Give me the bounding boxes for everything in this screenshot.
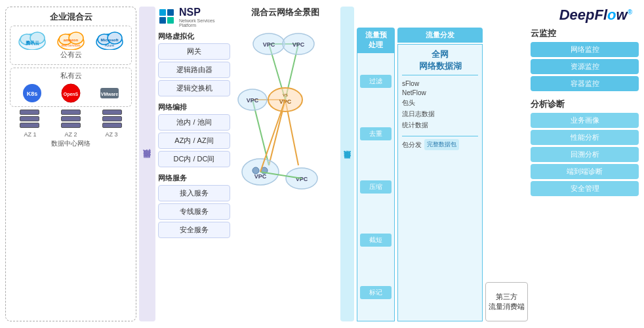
- tencent-cloud-icon: 腾讯云: [18, 29, 47, 50]
- cloud-monitoring-header: 云监控: [531, 28, 639, 39]
- nsp-sections: 网络虚拟化 网关 逻辑路由器 逻辑交换机 网络编排 池内 / 池间 AZ内 / …: [158, 31, 230, 240]
- server-rack-row: [10, 110, 132, 129]
- svg-text:腾讯云: 腾讯云: [25, 40, 39, 45]
- hybrid-section: 混合云网络全景图 VPC VPC: [233, 7, 338, 321]
- nsp-virt-title: 网络虚拟化: [158, 31, 230, 41]
- server-rack-1: [20, 110, 39, 129]
- vmware-icon: VMware: [99, 83, 120, 104]
- traffic-processing-items: 过滤 去重 压缩 截短 标记: [357, 52, 395, 321]
- server-rack-3: [102, 110, 122, 129]
- traffic-item-compress: 压缩: [360, 180, 392, 194]
- hybrid-title: 混合云网络全景图: [233, 7, 338, 18]
- nsp-item-security: 安全服务: [158, 222, 230, 238]
- traffic-processing-header: 流量预处理: [357, 28, 395, 52]
- nsp-logo-icon: [158, 8, 176, 26]
- resource-monitoring-item: 资源监控: [531, 59, 639, 74]
- analysis-group: 分析诊断 业务画像 性能分析 回溯分析 端到端诊断 安全管理: [531, 98, 639, 198]
- svg-text:VPC: VPC: [263, 41, 275, 48]
- hybrid-diagram-svg: VPC VPC VPC vs VPC VPC VPC: [233, 21, 331, 237]
- svg-text:web services: web services: [62, 43, 81, 47]
- cloud-monitoring-group: 云监控 网络监控 资源监控 容器监控: [531, 28, 639, 93]
- svg-rect-22: [159, 17, 166, 24]
- nsp-group-virtualization: 网络虚拟化 网关 逻辑路由器 逻辑交换机: [158, 31, 230, 98]
- az3-label: AZ 3: [105, 131, 117, 138]
- deepflow-section: DeepFlow® 流量预处理 过滤 去重 压缩 截短 标记 流量分发: [357, 7, 639, 321]
- nsp-item-gateway: 网关: [158, 43, 230, 60]
- nsp-svc-title: 网络服务: [158, 173, 230, 183]
- nsp-item-logical-switch: 逻辑交换机: [158, 80, 230, 96]
- stats-item: 统计数据: [402, 121, 478, 130]
- flow-dist-header: 流量分发: [397, 28, 483, 43]
- container-monitoring-item: 容器监控: [531, 76, 639, 91]
- hybrid-diagram: VPC VPC VPC vs VPC VPC VPC: [233, 21, 338, 321]
- traffic-item-dedup: 去重: [360, 127, 392, 140]
- security-mgmt-item: 安全管理: [531, 181, 639, 196]
- svg-text:Microsoft: Microsoft: [101, 38, 119, 42]
- analysis-header: 分析诊断: [531, 98, 639, 110]
- data-lake-box: 全网网络数据湖 sFlow NetFlow 包头 流日志数据 统计数据 包分发 …: [397, 44, 483, 321]
- svg-text:vs: vs: [283, 92, 288, 98]
- aws-icon: amazon web services: [56, 29, 85, 50]
- datacenter-area: AZ 1 AZ 2 AZ 3 数据中心网络: [10, 110, 132, 148]
- svg-text:amazon: amazon: [64, 38, 79, 42]
- nsp-item-dc: DC内 / DC间: [158, 151, 230, 167]
- nsp-item-logical-router: 逻辑路由器: [158, 62, 230, 78]
- deepflow-header: DeepFlow®: [357, 7, 639, 24]
- traffic-item-mark: 标记: [360, 286, 392, 299]
- traffic-item-filter: 过滤: [360, 75, 392, 88]
- server-rack-2: [61, 110, 81, 129]
- public-cloud-label: 公有云: [13, 50, 129, 60]
- nsp-group-services: 网络服务 接入服务 专线服务 安全服务: [158, 173, 230, 240]
- nsp-section: NSP Network Services Platform 网络虚拟化 网关 逻…: [158, 7, 230, 321]
- packet-desc: 完整数据包: [424, 139, 459, 150]
- cloud-providers-row: 腾讯云 amazon web services: [13, 29, 129, 50]
- packet-dist-label: 包分发: [402, 140, 422, 150]
- nsp-item-access: 接入服务: [158, 185, 230, 201]
- svg-text:VPC: VPC: [279, 98, 292, 105]
- svg-rect-20: [159, 9, 166, 16]
- public-cloud-area: 腾讯云 amazon web services: [10, 26, 132, 65]
- svg-line-47: [260, 100, 285, 172]
- data-lake-title: 全网网络数据湖: [402, 49, 478, 75]
- performance-analysis-item: 性能分析: [531, 130, 639, 145]
- enterprise-section: 企业混合云 腾讯云: [5, 7, 136, 321]
- svg-text:VPC: VPC: [254, 173, 267, 180]
- nsp-group-orchestration: 网络编排 池内 / 池间 AZ内 / AZ间 DC内 / DC间: [158, 102, 230, 169]
- monitoring-col: 云监控 网络监控 资源监控 容器监控 分析诊断 业务画像 性能分析 回溯分析 端…: [531, 28, 639, 321]
- nsp-item-az: AZ内 / AZ间: [158, 133, 230, 149]
- private-cloud-area: 私有云 K8s OpenS: [10, 68, 132, 107]
- sflow-item: sFlow: [402, 80, 478, 87]
- datacenter-label: 数据中心网络: [10, 139, 132, 148]
- nsp-logo-area: NSP Network Services Platform: [158, 7, 230, 28]
- retrospective-analysis-item: 回溯分析: [531, 147, 639, 162]
- svg-text:Azure: Azure: [105, 43, 114, 47]
- traffic-item-truncate: 截短: [360, 234, 392, 247]
- az-row: AZ 1 AZ 2 AZ 3: [10, 131, 132, 138]
- main-container: 企业混合云 腾讯云: [0, 0, 644, 328]
- cloud-area: 腾讯云 amazon web services: [10, 26, 132, 317]
- svg-text:VPC: VPC: [292, 41, 305, 48]
- svg-text:VPC: VPC: [296, 176, 308, 182]
- svg-text:VMware: VMware: [101, 92, 119, 96]
- svg-text:OpenS: OpenS: [64, 92, 79, 97]
- packet-row: 包分发 完整数据包: [402, 136, 478, 150]
- kubernetes-icon: K8s: [22, 83, 43, 104]
- nsp-orch-title: 网络编排: [158, 102, 230, 112]
- svg-rect-23: [167, 17, 174, 24]
- e2e-diagnosis-item: 端到端诊断: [531, 164, 639, 179]
- traffic-processing-col: 流量预处理 过滤 去重 压缩 截短 标记: [357, 28, 395, 321]
- svg-rect-21: [167, 9, 174, 16]
- flow-log-item: 流日志数据: [402, 110, 478, 119]
- virtual-network-layer-label: 虚拟网络抽象层: [139, 7, 155, 321]
- private-cloud-label: 私有云: [13, 71, 129, 81]
- enterprise-title: 企业混合云: [10, 11, 132, 23]
- nsp-item-pool: 池内 / 池间: [158, 114, 230, 131]
- deepflow-body: 流量预处理 过滤 去重 压缩 截短 标记 流量分发 全网网络数据湖 sFlow …: [357, 28, 639, 321]
- third-party-col: 第三方流量消费端: [485, 28, 528, 321]
- flow-data-col: 流量分发 全网网络数据湖 sFlow NetFlow 包头 流日志数据 统计数据…: [397, 28, 483, 321]
- deepflow-logo: DeepFlow®: [559, 7, 632, 24]
- header-item: 包头: [402, 98, 478, 108]
- collection-layer-label: 全网流量采集抽象层: [340, 7, 354, 321]
- netflow-item: NetFlow: [402, 89, 478, 96]
- nsp-logo-text: NSP: [179, 7, 230, 18]
